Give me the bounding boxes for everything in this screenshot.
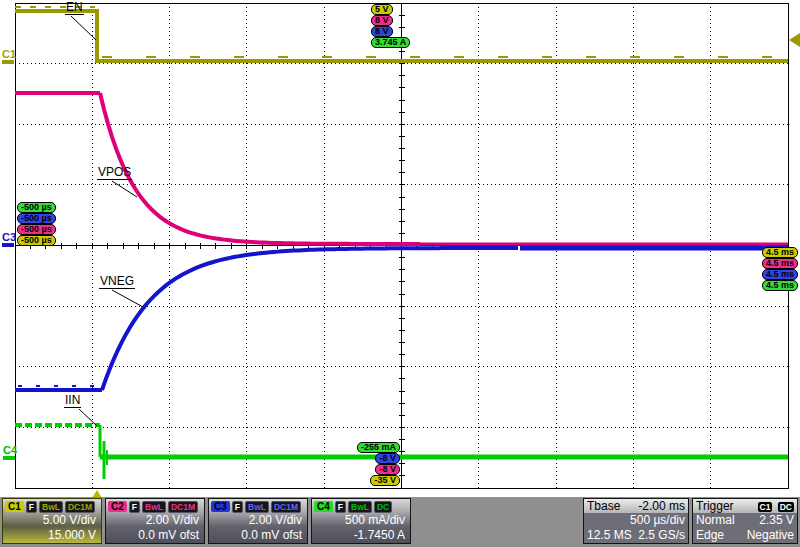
- cursor-values-bottom: -255 mA -8 V -8 V -35 V: [0, 442, 400, 486]
- c1-bandwidth-badge: BwL: [39, 501, 63, 513]
- c2-filter-badge: F: [129, 501, 140, 513]
- c1-scale: 5.00 V/div: [3, 513, 101, 528]
- c2-cursor-value-low[interactable]: -8 V: [375, 464, 400, 475]
- c3-zero-label: C3: [2, 231, 16, 243]
- c4-header: C4 F BwL DC: [312, 499, 410, 513]
- timebase-rate: 2.5 GS/s: [638, 528, 685, 543]
- trigger-source-chips: C1 DC: [756, 499, 795, 513]
- timebase-samples: 12.5 MS: [587, 528, 632, 543]
- c2-offset: 0.0 mV ofst: [106, 528, 204, 543]
- c3-cursor-time-left[interactable]: -500 µs: [17, 213, 56, 224]
- c3-cursor-value-low[interactable]: -8 V: [375, 453, 400, 464]
- c1-offset: 15.000 V: [3, 528, 101, 543]
- c2-id-badge[interactable]: C2: [108, 501, 127, 512]
- trigger-time-marker-icon[interactable]: [92, 490, 102, 497]
- trigger-level-marker-icon[interactable]: [789, 33, 800, 47]
- timebase-header: Tbase -2.00 ms: [584, 499, 688, 513]
- oscilloscope-screen: C1 C3 C4 EN VPOS VNEG IIN 5 V 8 V 8 V 3.…: [0, 0, 800, 547]
- c3-coupling-badge: DC1M: [271, 501, 301, 513]
- channel-box-c3[interactable]: C3 F BwL DC1M 2.00 V/div 0.0 mV ofst: [208, 498, 308, 544]
- trigger-mode: Normal: [696, 513, 735, 528]
- c4-scale: 500 mA/div: [312, 513, 410, 528]
- c3-zero-dash-icon: [2, 243, 14, 247]
- c3-scale: 2.00 V/div: [209, 513, 307, 528]
- trace-c2-vpos: [100, 93, 420, 244]
- timebase-title: Tbase: [587, 499, 620, 513]
- c3-header: C3 F BwL DC1M: [209, 499, 307, 513]
- c1-cursor-time-left[interactable]: -500 µs: [17, 235, 56, 246]
- trigger-header: Trigger C1 DC: [693, 499, 797, 513]
- c4-cursor-value-low[interactable]: -255 mA: [357, 442, 400, 453]
- c1-zero-marker[interactable]: C1: [2, 48, 16, 64]
- c2-scale: 2.00 V/div: [106, 513, 204, 528]
- timebase-delay: -2.00 ms: [638, 499, 685, 513]
- trigger-coupling-badge: DC: [778, 502, 794, 512]
- c4-cursor-value[interactable]: 3.745 A: [371, 37, 410, 48]
- vneg-annotation: VNEG: [99, 275, 135, 289]
- c2-cursor-time-right[interactable]: 4.5 ms: [762, 258, 798, 269]
- c2-cursor-value[interactable]: 8 V: [371, 15, 393, 26]
- channel-box-c1[interactable]: C1 F BwL DC1M 5.00 V/div 15.000 V: [2, 498, 102, 544]
- c3-bandwidth-badge: BwL: [245, 501, 269, 513]
- c4-cursor-time-left[interactable]: -500 µs: [17, 202, 56, 213]
- c1-coupling-badge: DC1M: [65, 501, 95, 513]
- c1-id-badge[interactable]: C1: [5, 501, 24, 512]
- c3-offset: 0.0 mV ofst: [209, 528, 307, 543]
- trigger-level: 2.35 V: [759, 513, 794, 528]
- c2-cursor-time-left[interactable]: -500 µs: [17, 224, 56, 235]
- c4-offset: -1.7450 A: [312, 528, 410, 543]
- en-annotation: EN: [65, 1, 84, 15]
- c2-coupling-badge: DC1M: [168, 501, 198, 513]
- c1-header: C1 F BwL DC1M: [3, 499, 101, 513]
- trigger-type: Edge: [696, 528, 724, 543]
- c3-filter-badge: F: [232, 501, 243, 513]
- c3-id-badge[interactable]: C3: [211, 501, 230, 512]
- cursor-values-top: 5 V 8 V 8 V 3.745 A: [371, 4, 410, 48]
- status-bar: C1 F BwL DC1M 5.00 V/div 15.000 V C2 F B…: [0, 497, 800, 547]
- c3-cursor-value[interactable]: 8 V: [371, 26, 393, 37]
- c1-cursor-time-right[interactable]: 4.5 ms: [762, 247, 798, 258]
- c1-filter-badge: F: [26, 501, 37, 513]
- channel-box-c4[interactable]: C4 F BwL DC 500 mA/div -1.7450 A: [311, 498, 411, 544]
- vpos-annotation: VPOS: [97, 166, 132, 180]
- trigger-box[interactable]: Trigger C1 DC Normal 2.35 V Edge Negativ…: [692, 498, 798, 544]
- timebase-scale: 500 µs/div: [630, 513, 685, 528]
- c4-bandwidth-badge: BwL: [348, 501, 372, 513]
- cursor-times-right: 4.5 ms 4.5 ms 4.5 ms 4.5 ms: [762, 247, 798, 291]
- cursor-times-left: -500 µs -500 µs -500 µs -500 µs: [17, 202, 56, 246]
- channel-box-c2[interactable]: C2 F BwL DC1M 2.00 V/div 0.0 mV ofst: [105, 498, 205, 544]
- c4-id-badge[interactable]: C4: [314, 501, 333, 512]
- graticule-and-traces: [0, 0, 800, 497]
- c2-bandwidth-badge: BwL: [142, 501, 166, 513]
- c4-cursor-time-right[interactable]: 4.5 ms: [762, 280, 798, 291]
- c1-cursor-value[interactable]: 5 V: [371, 4, 393, 15]
- c3-cursor-time-right[interactable]: 4.5 ms: [762, 269, 798, 280]
- waveform-display: C1 C3 C4 EN VPOS VNEG IIN 5 V 8 V 8 V 3.…: [0, 0, 800, 497]
- c1-cursor-value-low[interactable]: -35 V: [370, 475, 400, 486]
- iin-annotation: IIN: [64, 394, 81, 408]
- annotation-callout-line: [112, 290, 143, 307]
- c1-zero-dash-icon: [2, 60, 14, 64]
- c3-zero-marker[interactable]: C3: [2, 231, 16, 247]
- trace-c3-vneg: [102, 248, 518, 390]
- trigger-slope: Negative: [747, 528, 794, 543]
- timebase-box[interactable]: Tbase -2.00 ms 500 µs/div 12.5 MS 2.5 GS…: [583, 498, 689, 544]
- c4-coupling-badge: DC: [374, 501, 392, 513]
- c1-zero-label: C1: [2, 48, 16, 60]
- trigger-title: Trigger: [696, 499, 734, 513]
- c2-header: C2 F BwL DC1M: [106, 499, 204, 513]
- trigger-source-badge: C1: [758, 502, 773, 512]
- c4-filter-badge: F: [335, 501, 346, 513]
